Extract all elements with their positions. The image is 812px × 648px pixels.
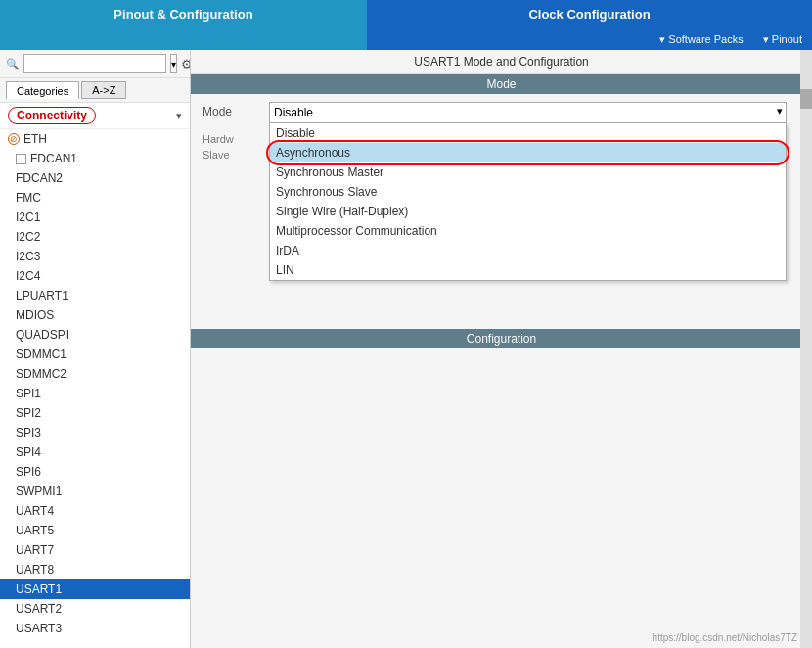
sidebar-item-uart4[interactable]: UART4: [0, 501, 190, 521]
sidebar-item-label: SPI6: [16, 465, 41, 479]
pinout-config-title: Pinout & Configuration: [113, 7, 252, 22]
mode-dropdown-list: Disable Asynchronous Synchronous Master …: [269, 123, 787, 281]
dropdown-item-irda[interactable]: IrDA: [270, 241, 786, 260]
dropdown-item-disable[interactable]: Disable: [270, 123, 786, 143]
sidebar-item-label: SPI4: [16, 445, 41, 459]
sidebar-item-label: ETH: [23, 132, 47, 146]
sidebar-item-label: UART7: [16, 543, 54, 557]
sidebar-item-label: SDMMC1: [16, 347, 67, 361]
usart-title: USART1 Mode and Configuration: [191, 50, 812, 74]
slave-label: Slave: [203, 149, 261, 161]
checkbox-icon: [16, 154, 26, 164]
sidebar-item-quadspi[interactable]: QUADSPI: [0, 325, 190, 345]
sidebar-item-eth[interactable]: ⊘ ETH: [0, 129, 190, 149]
sidebar-item-label: I2C4: [16, 269, 40, 283]
main-layout: 🔍 ▾ ⚙ Categories A->Z Connectivity ▾ ⊘ E…: [0, 50, 812, 648]
sidebar-item-usart1[interactable]: USART1: [0, 579, 190, 599]
tab-row: Categories A->Z: [0, 78, 190, 103]
pinout-btn[interactable]: Pinout: [763, 33, 802, 46]
mode-select-display[interactable]: [269, 102, 787, 123]
sidebar-item-fdcan1[interactable]: FDCAN1: [0, 149, 190, 168]
dropdown-item-lin[interactable]: LIN: [270, 260, 786, 280]
gear-icon[interactable]: ⚙: [181, 57, 191, 71]
sidebar-item-uart5[interactable]: UART5: [0, 521, 190, 540]
sidebar-item-spi4[interactable]: SPI4: [0, 442, 190, 462]
sidebar-item-label: FDCAN1: [30, 152, 77, 165]
watermark: https://blog.csdn.net/Nicholas7TZ: [653, 632, 797, 643]
second-header-left: [0, 28, 367, 50]
second-header: Software Packs Pinout: [0, 28, 812, 50]
main-content: USART1 Mode and Configuration Mode Mode …: [191, 50, 812, 648]
sidebar-item-sdmmc2[interactable]: SDMMC2: [0, 364, 190, 384]
sidebar-item-label: SDMMC2: [16, 367, 67, 381]
dropdown-item-sync-master[interactable]: Synchronous Master: [270, 162, 786, 182]
sidebar-item-label: UART4: [16, 504, 54, 518]
clock-config-tab[interactable]: Clock Configuration: [367, 0, 812, 28]
sidebar-item-sdmmc1[interactable]: SDMMC1: [0, 345, 190, 364]
software-packs-btn[interactable]: Software Packs: [659, 33, 743, 46]
sidebar-item-label: UART8: [16, 563, 54, 577]
sidebar: 🔍 ▾ ⚙ Categories A->Z Connectivity ▾ ⊘ E…: [0, 50, 191, 648]
tab-categories[interactable]: Categories: [6, 81, 79, 99]
sidebar-item-spi6[interactable]: SPI6: [0, 462, 190, 482]
connectivity-label: Connectivity: [8, 107, 96, 124]
second-header-right: Software Packs Pinout: [367, 28, 812, 50]
sidebar-item-spi3[interactable]: SPI3: [0, 423, 190, 442]
search-icon: 🔍: [6, 58, 20, 70]
search-dropdown-btn[interactable]: ▾: [170, 54, 177, 73]
dropdown-arrow-icon: ▾: [777, 105, 783, 117]
sidebar-item-i2c3[interactable]: I2C3: [0, 247, 190, 266]
sidebar-item-mdios[interactable]: MDIOS: [0, 305, 190, 325]
clock-config-title: Clock Configuration: [528, 7, 650, 22]
sidebar-item-label: USART2: [16, 602, 62, 616]
search-row: 🔍 ▾ ⚙: [0, 50, 190, 78]
sidebar-item-label: I2C1: [16, 210, 40, 224]
sidebar-item-label: SPI2: [16, 406, 41, 420]
sidebar-item-label: UART5: [16, 524, 54, 537]
search-input[interactable]: [23, 54, 166, 73]
mode-section-header: Mode: [191, 74, 812, 94]
sidebar-item-fdcan2[interactable]: FDCAN2: [0, 168, 190, 188]
scroll-thumb[interactable]: [800, 89, 812, 109]
sidebar-item-swpmi1[interactable]: SWPMI1: [0, 482, 190, 501]
connectivity-section-header[interactable]: Connectivity ▾: [0, 103, 190, 129]
mode-row: Mode ▾ Disable Asynchronous Synchronous …: [191, 94, 812, 131]
sidebar-item-i2c1[interactable]: I2C1: [0, 208, 190, 227]
sidebar-item-spi1[interactable]: SPI1: [0, 384, 190, 403]
sidebar-item-uart7[interactable]: UART7: [0, 540, 190, 560]
dropdown-item-sync-slave[interactable]: Synchronous Slave: [270, 182, 786, 202]
sidebar-item-spi2[interactable]: SPI2: [0, 403, 190, 423]
tab-atoz[interactable]: A->Z: [81, 81, 126, 99]
sidebar-item-usart3[interactable]: USART3: [0, 619, 190, 638]
sidebar-item-label: FDCAN2: [16, 171, 63, 185]
sidebar-item-label: LPUART1: [16, 289, 68, 302]
sidebar-item-i2c4[interactable]: I2C4: [0, 266, 190, 286]
sidebar-item-label: FMC: [16, 191, 41, 205]
sidebar-item-label: USART3: [16, 622, 62, 635]
pinout-config-tab[interactable]: Pinout & Configuration: [0, 0, 367, 28]
sidebar-item-lpuart1[interactable]: LPUART1: [0, 286, 190, 305]
dropdown-item-async[interactable]: Asynchronous: [270, 143, 786, 162]
sidebar-item-label: QUADSPI: [16, 328, 68, 342]
sidebar-list: ⊘ ETH FDCAN1 FDCAN2 FMC I2C1 I2C2 I2C3: [0, 129, 190, 648]
sidebar-item-label: SWPMI1: [16, 485, 62, 498]
sidebar-item-usart2[interactable]: USART2: [0, 599, 190, 619]
dropdown-item-multiprocessor[interactable]: Multiprocessor Communication: [270, 221, 786, 241]
async-highlight-circle: [266, 140, 789, 165]
sidebar-item-uart8[interactable]: UART8: [0, 560, 190, 579]
hardware-label: Hardw: [203, 133, 261, 145]
sidebar-item-i2c2[interactable]: I2C2: [0, 227, 190, 247]
mode-dropdown-container: ▾ Disable Asynchronous Synchronous Maste…: [269, 102, 787, 123]
sidebar-item-label: SPI3: [16, 426, 41, 440]
mode-label: Mode: [203, 102, 261, 118]
connectivity-chevron-icon: ▾: [176, 110, 182, 122]
sidebar-item-label: USART1: [16, 582, 62, 596]
dropdown-item-single-wire[interactable]: Single Wire (Half-Duplex): [270, 202, 786, 221]
top-header: Pinout & Configuration Clock Configurati…: [0, 0, 812, 28]
sidebar-item-label: MDIOS: [16, 308, 54, 322]
scrollbar[interactable]: [800, 50, 812, 648]
sidebar-item-fmc[interactable]: FMC: [0, 188, 190, 208]
sidebar-item-label: I2C2: [16, 230, 40, 244]
sidebar-item-label: SPI1: [16, 387, 41, 400]
mode-select-wrapper: ▾: [269, 102, 787, 123]
